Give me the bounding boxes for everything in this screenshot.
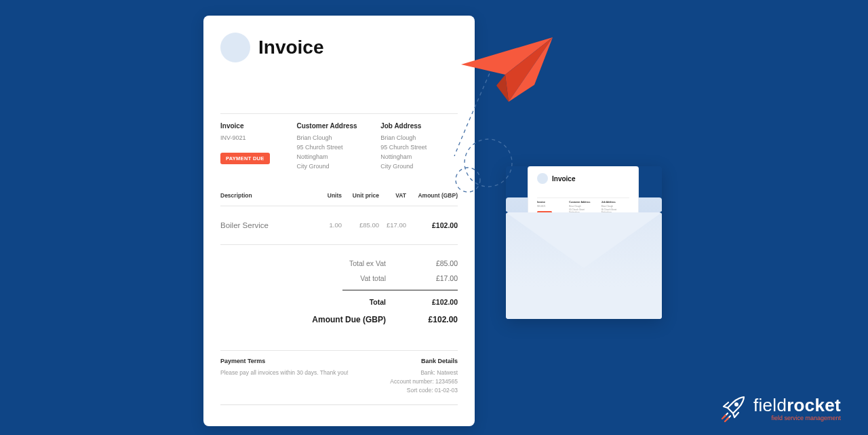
mini-col2: Customer Address	[569, 201, 597, 204]
td-description: Boiler Service	[220, 221, 315, 229]
total-ex-vat-value: £85.00	[406, 259, 458, 267]
envelope: Invoice Invoice INV-9021 Customer Addres…	[506, 166, 662, 319]
mini-inv-num: INV-9021	[537, 205, 565, 208]
th-units: Units	[315, 192, 342, 199]
invoice-header: Invoice	[220, 33, 458, 62]
total-ex-vat-label: Total ex Vat	[308, 259, 386, 267]
td-amount: £102.00	[406, 221, 458, 229]
totals-block: Total ex Vat £85.00 Vat total £17.00 Tot…	[220, 256, 458, 330]
vat-total-value: £17.00	[406, 274, 458, 282]
info-section: Invoice INV-9021 PAYMENT DUE Customer Ad…	[220, 122, 458, 172]
payment-terms-heading: Payment Terms	[220, 358, 349, 364]
customer-address: Customer Address Brian Clough 95 Church …	[296, 122, 374, 172]
svg-point-1	[456, 168, 480, 192]
account-number: Account number: 1234565	[390, 377, 458, 386]
th-description: Description	[220, 192, 315, 199]
paper-plane-icon	[461, 34, 556, 109]
table-row: Boiler Service 1.00 £85.00 £17.00 £102.0…	[220, 206, 458, 245]
customer-address-heading: Customer Address	[296, 122, 374, 130]
td-units: 1.00	[315, 221, 342, 229]
td-unit-price: £85.00	[342, 221, 379, 229]
amount-due-row: Amount Due (GBP) £102.00	[220, 309, 458, 330]
amount-due-value: £102.00	[406, 315, 458, 324]
bank-name: Bank: Natwest	[390, 368, 458, 377]
invoice-number: INV-9021	[220, 134, 290, 143]
vat-total-label: Vat total	[308, 274, 386, 282]
th-unit-price: Unit price	[342, 192, 379, 199]
brand-name: fieldrocket	[753, 395, 841, 416]
table-header: Description Units Unit price VAT Amount …	[220, 192, 458, 206]
divider	[220, 113, 458, 114]
invoice-section-label: Invoice	[220, 122, 290, 130]
envelope-body	[506, 212, 662, 319]
total-label: Total	[308, 298, 386, 306]
payment-terms-text: Please pay all invoices within 30 days. …	[220, 368, 349, 377]
customer-location: City Ground	[296, 162, 374, 172]
total-divider	[342, 290, 458, 290]
td-vat: £17.00	[379, 221, 406, 229]
mini-col1: Invoice	[537, 201, 565, 204]
vat-total-row: Vat total £17.00	[220, 271, 458, 286]
brand-logo: fieldrocket field service management	[718, 393, 841, 423]
rocket-icon	[718, 393, 748, 423]
mini-col3: Job Address	[601, 201, 629, 204]
amount-due-label: Amount Due (GBP)	[281, 315, 386, 324]
bank-details-heading: Bank Details	[390, 358, 458, 364]
company-logo	[220, 33, 250, 62]
sort-code: Sort code: 01-02-03	[390, 386, 458, 395]
customer-name: Brian Clough	[296, 134, 374, 143]
payment-terms: Payment Terms Please pay all invoices wi…	[220, 358, 349, 396]
invoice-title: Invoice	[258, 37, 323, 58]
bank-details: Bank Details Bank: Natwest Account numbe…	[390, 358, 458, 396]
payment-due-badge: PAYMENT DUE	[220, 153, 270, 164]
svg-point-6	[734, 402, 738, 406]
customer-city: Nottingham	[296, 153, 374, 162]
mini-title: Invoice	[552, 175, 575, 183]
total-row: Total £102.00	[220, 295, 458, 309]
invoice-footer: Payment Terms Please pay all invoices wi…	[220, 350, 458, 406]
th-vat: VAT	[379, 192, 406, 199]
total-ex-vat-row: Total ex Vat £85.00	[220, 256, 458, 271]
envelope-front-flap	[506, 212, 662, 319]
svg-point-0	[465, 139, 512, 187]
total-value: £102.00	[406, 298, 458, 306]
brand-text: fieldrocket field service management	[753, 395, 841, 421]
invoice-meta: Invoice INV-9021 PAYMENT DUE	[220, 122, 290, 172]
customer-street: 95 Church Street	[296, 143, 374, 153]
brand-tagline: field service management	[753, 415, 841, 421]
mini-logo	[537, 173, 548, 184]
